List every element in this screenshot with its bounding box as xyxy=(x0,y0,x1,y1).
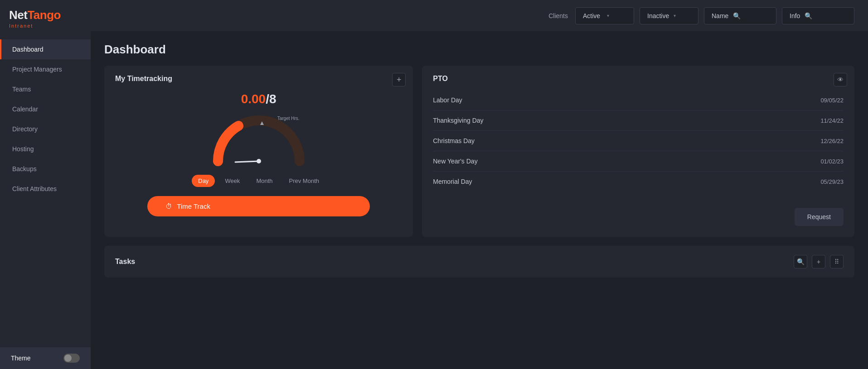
active-select[interactable]: Active ▾ xyxy=(575,7,634,24)
tasks-add-icon: + xyxy=(817,258,820,265)
info-search[interactable]: Info 🔍 xyxy=(782,7,854,24)
gauge-tabs: Day Week Month Prev Month xyxy=(192,175,325,187)
pto-holiday-date: 11/24/22 xyxy=(820,117,844,124)
clients-label: Clients xyxy=(548,12,568,19)
timetracking-card: My Timetracking + 0.00/8 Target Hrs. xyxy=(104,66,413,237)
inactive-chevron-icon: ▾ xyxy=(674,13,691,18)
pto-holiday-name: New Year's Day xyxy=(433,158,477,165)
pto-holiday-date: 01/02/23 xyxy=(820,158,844,165)
sidebar-item-client-attributes[interactable]: Client Attributes xyxy=(0,179,91,199)
tab-day[interactable]: Day xyxy=(192,175,215,187)
pto-holiday-date: 12/26/22 xyxy=(820,138,844,144)
sidebar-item-project-managers[interactable]: Project Managers xyxy=(0,59,91,79)
timetracking-add-button[interactable]: + xyxy=(392,73,406,86)
svg-line-0 xyxy=(235,161,259,162)
svg-point-1 xyxy=(257,159,261,163)
page-title: Dashboard xyxy=(104,43,854,57)
name-placeholder: Name xyxy=(712,12,728,19)
time-track-label: Time Track xyxy=(177,202,210,210)
tab-week[interactable]: Week xyxy=(218,175,246,187)
pto-card-title: PTO xyxy=(433,75,844,83)
name-search-icon: 🔍 xyxy=(733,12,741,19)
info-placeholder: Info xyxy=(790,12,800,19)
pto-holiday-name: Labor Day xyxy=(433,96,462,104)
tasks-card: Tasks 🔍 + ⠿ xyxy=(104,246,854,278)
logo-net: Net xyxy=(9,8,27,22)
gauge-current: 0.00 xyxy=(241,92,266,106)
sidebar-item-teams[interactable]: Teams xyxy=(0,79,91,99)
tasks-grid-button[interactable]: ⠿ xyxy=(830,255,844,268)
inactive-label: Inactive xyxy=(647,12,669,19)
gauge-svg-wrapper: Target Hrs. xyxy=(209,111,309,166)
tasks-search-icon: 🔍 xyxy=(797,258,805,265)
name-search[interactable]: Name 🔍 xyxy=(704,7,776,24)
sidebar-item-backups[interactable]: Backups xyxy=(0,159,91,179)
pto-item-labor-day: Labor Day 09/05/22 xyxy=(433,90,844,110)
theme-toggle[interactable] xyxy=(63,354,80,363)
logo-sub: Intranet xyxy=(9,23,61,29)
active-label: Active xyxy=(583,12,602,19)
pto-item-christmas: Christmas Day 12/26/22 xyxy=(433,131,844,151)
pto-holiday-name: Thanksgiving Day xyxy=(433,117,483,124)
main-content: Clients Active ▾ Inactive ▾ Name 🔍 Info … xyxy=(91,0,868,369)
tasks-card-title: Tasks xyxy=(115,258,135,266)
cards-row: My Timetracking + 0.00/8 Target Hrs. xyxy=(104,66,854,237)
sidebar-bottom: Theme xyxy=(0,347,91,369)
sidebar: NetTango Intranet Dashboard Project Mana… xyxy=(0,0,91,369)
pto-item-memorial-day: Memorial Day 05/29/23 xyxy=(433,172,844,192)
eye-icon: 👁 xyxy=(837,76,844,83)
tasks-grid-icon: ⠿ xyxy=(834,258,839,265)
sidebar-item-hosting[interactable]: Hosting xyxy=(0,139,91,159)
gauge-value: 0.00/8 xyxy=(241,90,276,107)
gauge-container: 0.00/8 Target Hrs. xyxy=(115,90,402,216)
theme-label: Theme xyxy=(11,355,31,362)
pto-card: PTO 👁 Labor Day 09/05/22 Thanksgiving Da… xyxy=(422,66,854,237)
inactive-select[interactable]: Inactive ▾ xyxy=(640,7,698,24)
top-header: Clients Active ▾ Inactive ▾ Name 🔍 Info … xyxy=(91,0,868,32)
tasks-search-button[interactable]: 🔍 xyxy=(794,255,807,268)
logo-wrapper: NetTango Intranet xyxy=(9,8,61,29)
page-body: Dashboard My Timetracking + 0.00/8 Targe… xyxy=(91,32,868,369)
pto-list: Labor Day 09/05/22 Thanksgiving Day 11/2… xyxy=(433,90,844,192)
sidebar-item-calendar[interactable]: Calendar xyxy=(0,99,91,119)
tab-prev-month[interactable]: Prev Month xyxy=(283,175,325,187)
timetracking-card-title: My Timetracking xyxy=(115,75,402,83)
pto-holiday-name: Christmas Day xyxy=(433,137,475,144)
info-search-icon: 🔍 xyxy=(805,12,812,19)
pto-eye-button[interactable]: 👁 xyxy=(834,73,847,86)
tasks-card-header: Tasks 🔍 + ⠿ xyxy=(115,255,844,268)
pto-item-new-years: New Year's Day 01/02/23 xyxy=(433,151,844,172)
tasks-add-button[interactable]: + xyxy=(812,255,825,268)
pto-holiday-date: 05/29/23 xyxy=(820,178,844,185)
time-track-icon: ⏱ xyxy=(165,202,172,210)
tasks-icons: 🔍 + ⠿ xyxy=(794,255,844,268)
pto-holiday-date: 09/05/22 xyxy=(820,97,844,104)
gauge-target-label: Target Hrs. xyxy=(277,116,300,121)
gauge-target: /8 xyxy=(266,92,276,106)
tab-month[interactable]: Month xyxy=(250,175,279,187)
logo-tango: Tango xyxy=(27,8,61,22)
logo-area: NetTango Intranet xyxy=(0,0,91,39)
sidebar-item-directory[interactable]: Directory xyxy=(0,119,91,139)
pto-holiday-name: Memorial Day xyxy=(433,178,472,185)
request-button[interactable]: Request xyxy=(795,208,844,226)
active-chevron-icon: ▾ xyxy=(607,13,626,18)
logo-text: NetTango xyxy=(9,8,61,22)
pto-item-thanksgiving: Thanksgiving Day 11/24/22 xyxy=(433,110,844,131)
time-track-button[interactable]: ⏱ Time Track xyxy=(147,196,370,216)
sidebar-item-dashboard[interactable]: Dashboard xyxy=(0,39,91,59)
theme-toggle-area: Theme xyxy=(0,347,91,369)
